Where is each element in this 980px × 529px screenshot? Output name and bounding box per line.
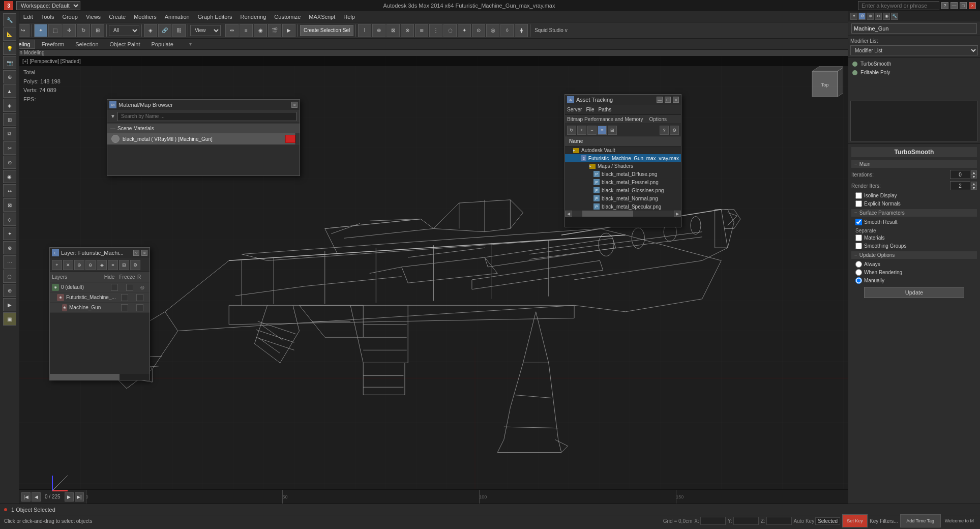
tb-btn11[interactable]: ◊ [500,24,514,37]
lm-close-btn[interactable]: × [141,250,147,256]
create-selection-button[interactable]: Create Selection Sel [300,25,353,36]
lm-select-objects-btn[interactable]: ◈ [97,260,107,270]
update-button[interactable]: Update [864,287,965,298]
tb-btn2[interactable]: ⊕ [372,24,385,37]
tl-start-btn[interactable]: |◀ [21,492,31,502]
rend-spin-down[interactable]: ▼ [971,186,977,190]
at-close-btn[interactable]: × [673,97,679,103]
scene-materials-header[interactable]: — Scene Materials [107,123,300,133]
menu-group[interactable]: Group [58,11,82,22]
at-menu-server[interactable]: Server [567,107,582,112]
rs-utilities-icon[interactable]: 🔧 [891,13,898,20]
rs-hierarchy-icon[interactable]: ⊕ [867,13,874,20]
at-nav-buttons-right[interactable]: ▶ [674,211,681,217]
at-minimize-btn[interactable]: — [657,97,663,103]
ls-btn8[interactable]: ⊞ [3,113,16,126]
smoothing-groups-checkbox[interactable] [855,243,862,249]
menu-views[interactable]: Views [82,11,105,22]
search-input[interactable] [858,1,939,10]
menu-tools[interactable]: Tools [37,11,58,22]
at-normal-item[interactable]: P black_metal_Normal.png [565,194,681,202]
mat-item-black-metal[interactable]: black_metal ( VRayMtl ) [Machine_Gun] [107,133,300,145]
workspace-dropdown[interactable]: Workspace: Default [16,1,80,10]
menu-create[interactable]: Create [105,11,130,22]
menu-graph-editors[interactable]: Graph Editors [194,11,236,22]
ls-btn2[interactable]: 📐 [3,27,16,41]
spin-down[interactable]: ▼ [971,174,977,179]
at-remove-btn[interactable]: − [587,126,597,135]
tab-populate[interactable]: Populate [146,40,177,49]
explicit-normals-checkbox[interactable] [855,200,862,207]
ls-btn1[interactable]: 🔧 [3,13,16,26]
lm-help-btn[interactable]: ? [133,250,139,256]
at-vault-item[interactable]: ▸ Autodesk Vault [565,146,681,154]
tab-selection[interactable]: Selection [71,40,103,49]
lm-futuristic-freeze[interactable] [136,294,143,301]
tb-btn8[interactable]: ✦ [458,24,471,37]
modifier-turbosm[interactable]: TurboSmooth [850,60,978,68]
rs-display-icon[interactable]: ◉ [883,13,890,20]
object-name-input[interactable] [851,23,977,34]
when-rendering-radio[interactable] [855,269,862,276]
menu-edit[interactable]: Edit [19,11,37,22]
ls-btn7[interactable]: ◈ [3,99,16,112]
ls-btn15[interactable]: ◇ [3,213,16,226]
ls-btn11[interactable]: ⊙ [3,156,16,169]
rotate-button[interactable]: ↻ [77,24,90,37]
smooth-result-checkbox[interactable] [855,219,862,225]
lm-row-futuristic[interactable]: ◈ Futuristic_Machine_... [50,292,150,303]
ls-btn18[interactable]: ⋯ [3,255,16,269]
unlink-btn[interactable]: ⛓ [172,24,186,37]
rs-create-icon[interactable]: ✦ [850,13,857,20]
at-max-file-item[interactable]: 3 Futuristic_Machine_Gun_max_vray.max [565,154,681,162]
ls-btn10[interactable]: ✂ [3,141,16,155]
tb-btn9[interactable]: ⊙ [472,24,485,37]
manually-radio[interactable] [855,277,862,284]
align-btn[interactable]: ≡ [240,24,253,37]
spin-up[interactable]: ▲ [971,170,977,174]
menu-rendering[interactable]: Rendering [236,11,271,22]
lm-remove-from-layer-btn[interactable]: ⊖ [85,260,96,270]
select-filter-btn[interactable]: ◈ [144,24,157,37]
ls-btn16[interactable]: ✦ [3,227,16,240]
ls-btn17[interactable]: ⊗ [3,241,16,254]
ls-btn6[interactable]: ▲ [3,84,16,98]
set-key-btn[interactable]: Set Key [842,514,868,527]
at-list-btn[interactable]: ≡ [598,126,607,135]
iterations-input[interactable] [950,170,970,179]
at-help-btn[interactable]: ? [660,126,669,135]
tl-next-btn[interactable]: ▶ [65,492,74,502]
ls-btn14[interactable]: ⊠ [3,198,16,212]
tl-prev-btn[interactable]: ◀ [32,492,41,502]
tl-end-btn[interactable]: ▶| [75,492,84,502]
tb-btn10[interactable]: ◎ [486,24,499,37]
ls-btn19[interactable]: ◌ [3,270,16,283]
lm-default-hide[interactable] [111,284,118,291]
at-menu-file[interactable]: File [586,107,594,112]
y-input[interactable] [733,517,759,525]
modifier-list-dropdown[interactable]: Modifier List [850,45,978,55]
iterations-spinner[interactable]: ▲ ▼ [971,170,977,179]
at-scroll-right[interactable]: ▶ [674,211,681,217]
viewport-cube-gizmo[interactable]: Top [807,66,843,102]
x-input[interactable] [700,517,726,525]
quick-render-btn[interactable]: ▶ [282,24,295,37]
mat-search-input[interactable] [117,112,296,121]
lm-default-radio[interactable]: ◎ [137,285,147,290]
lm-layer-props-btn[interactable]: ⚙ [130,260,140,270]
at-menu-paths[interactable]: Paths [599,107,612,112]
lm-futuristic-hide[interactable] [121,294,128,301]
isoline-checkbox[interactable] [855,192,862,199]
materials-checkbox[interactable] [855,234,862,241]
lm-delete-btn[interactable]: ✕ [63,260,73,270]
menu-maxscript[interactable]: MAXScript [305,11,339,22]
at-diffuse-item[interactable]: P black_metal_Diffuse.png [565,170,681,178]
lm-machinegun-hide[interactable] [121,304,128,311]
rend-spin-up[interactable]: ▲ [971,182,977,186]
mat-scrollbar[interactable] [295,133,300,144]
at-settings-btn[interactable]: ⚙ [670,126,679,135]
tb-btn4[interactable]: ⊗ [401,24,414,37]
tb-btn12[interactable]: ⧫ [515,24,528,37]
ls-btn4[interactable]: 📷 [3,56,16,69]
lm-default-freeze[interactable] [126,284,133,291]
